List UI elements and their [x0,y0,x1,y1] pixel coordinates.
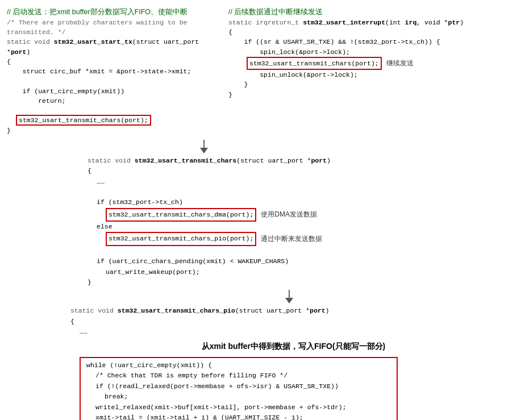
arrow-head-2 [285,298,293,303]
highlight-call-left: stm32_usart_transmit_chars(port); [16,115,151,126]
arrow-2-container [59,290,519,303]
comment-cn-left: // 启动发送：把xmit buffer部分数据写入FIFO、使能中断 [7,7,219,18]
annotation-pio: 通过中断来发送数据 [261,234,322,244]
code-line-r-close: } [228,90,514,99]
middle-blank [87,187,516,197]
code-line-r-call: stm32_usart_transmit_chars(port); 继续发送 [247,57,514,70]
while-line4: break; [105,392,391,402]
page-container: // 启动发送：把xmit buffer部分数据写入FIFO、使能中断 /* T… [0,0,521,420]
highlight-pio: stm32_usart_transmit_chars_pio(port); [106,232,256,246]
middle-blank2 [87,246,516,256]
middle-func-sig: static void stm32_usart_transmit_chars(s… [87,156,516,166]
middle-block: static void stm32_usart_transmit_chars(s… [87,156,516,288]
func-sig-right: static irqreturn_t stm32_usart_interrupt… [228,18,514,27]
code-line-1: struct circ_buf *xmit = &port->state->xm… [7,66,219,76]
arrow-2 [285,290,293,303]
code-line-blank2 [7,106,219,115]
code-line-open: { [7,57,219,66]
bottom-dots: …… [80,327,516,337]
while-line2: /* Check that TDR is empty before fillin… [95,371,391,381]
code-block-right: // 后续数据通过中断继续发送 static irqreturn_t stm32… [224,5,519,102]
comment-en-left: /* There are probably characters waiting… [7,18,219,38]
middle-close: } [87,277,516,288]
while-line6: xmit->tail = (xmit->tail + 1) & (UART_XM… [95,413,391,420]
arrow-1 [200,140,208,153]
func-sig-left: static void STM32 USART Transmit Code Fl… [7,37,219,57]
code-line-return: return; [7,96,219,106]
code-block-left: // 启动发送：把xmit buffer部分数据写入FIFO、使能中断 /* T… [2,5,224,138]
while-line5: writel_relaxed(xmit->buf[xmit->tail], po… [95,402,391,413]
middle-open: { [87,166,516,176]
middle-if: if (stm32_port->tx_ch) [97,197,516,207]
middle-call-dma: stm32_usart_transmit_chars_dma(port); 使用… [106,208,516,222]
code-line-if: if (uart_circ_empty(xmit)) [7,86,219,96]
code-line-r-1: if ((sr & USART_SR_TXE) && !(stm32_port-… [228,37,514,47]
middle-dots: …… [97,177,516,187]
while-line3: if (!(readl_relaxed(port->membase + ofs-… [95,381,391,392]
highlight-call-right: stm32_usart_transmit_chars(port); [247,57,382,70]
code-line-r-2: spin_lock(&port->lock); [228,47,514,57]
top-row: // 启动发送：把xmit buffer部分数据写入FIFO、使能中断 /* T… [2,5,519,138]
middle-wakeup-if: if (uart_circ_chars_pending(xmit) < WAKE… [97,256,516,267]
code-line-r-4: } [228,80,514,89]
bottom-open: { [70,317,516,327]
bottom-cn-title: 从xmit buffer中得到数据，写入FIFO(只能写一部分) [70,340,516,352]
middle-else: else [97,222,516,232]
annotation-continue: 继续发送 [386,58,414,68]
code-line-blank [7,76,219,86]
middle-wakeup-call: uart_write_wakeup(port); [106,267,516,277]
code-line-call-left: stm32_usart_transmit_chars(port); [16,115,219,125]
middle-call-pio: stm32_usart_transmit_chars_pio(port); 通过… [106,232,516,246]
highlight-dma: stm32_usart_transmit_chars_dma(port); [106,208,256,222]
arrow-head-1 [200,148,208,153]
comment-cn-right: // 后续数据通过中断继续发送 [228,7,514,18]
bottom-func-sig: static void stm32_usart_transmit_chars_p… [70,306,516,316]
bottom-block: static void stm32_usart_transmit_chars_p… [70,306,516,420]
code-line-r-3: spin_unlock(&port->lock); [228,70,514,80]
code-line-close: } [7,126,219,135]
annotation-dma: 使用DMA发送数据 [261,209,317,220]
while-line1: while (!uart_circ_empty(xmit)) { [86,360,391,371]
while-bordered-block: while (!uart_circ_empty(xmit)) { /* Chec… [80,357,398,420]
arrow-1-container [0,140,519,153]
code-line-r-open: { [228,27,514,37]
